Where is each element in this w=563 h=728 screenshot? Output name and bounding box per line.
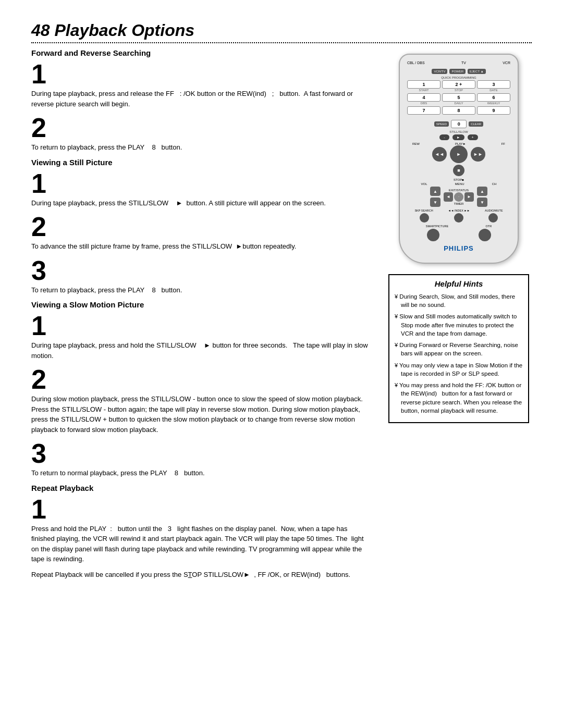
still-step1-text: During tape playback, press the STILL/SL… bbox=[31, 198, 370, 208]
still-step3-text: To return to playback, press the PLAY 8 … bbox=[31, 285, 370, 295]
helpful-hints-title: Helpful Hints bbox=[395, 279, 523, 288]
slow-step-3: 3 bbox=[31, 440, 370, 467]
repeat-step1-text: Press and hold the PLAY : button until t… bbox=[31, 524, 370, 564]
still-step2-text: To advance the still picture frame by fr… bbox=[31, 241, 370, 252]
still-step-2: 2 bbox=[31, 213, 370, 240]
eject-button[interactable]: EJECT ▲ bbox=[468, 69, 486, 74]
skip-index-audio-row bbox=[407, 213, 510, 223]
still-slow-plus-button[interactable]: + bbox=[468, 134, 478, 140]
num-6-button[interactable]: 6 bbox=[477, 93, 510, 102]
audio-mute-button[interactable] bbox=[488, 213, 498, 223]
dotted-divider bbox=[31, 42, 532, 43]
num-9-label bbox=[477, 115, 510, 118]
num-2-label: STOP bbox=[442, 89, 475, 92]
num-7-button[interactable]: 7 bbox=[407, 106, 440, 115]
vol-controls: ▲ ▼ bbox=[430, 187, 440, 207]
vol-up-button[interactable]: ▲ bbox=[430, 187, 440, 196]
stop-button[interactable]: ■ bbox=[453, 165, 464, 176]
hint-4: ¥ You may only view a tape in Slow Motio… bbox=[395, 361, 523, 378]
repeat-playback-heading: Repeat Playback bbox=[31, 484, 370, 492]
smart-otr-labels: SMARTPICTURE OTR bbox=[407, 225, 510, 228]
clear-button[interactable]: CLEAR bbox=[469, 121, 483, 127]
play-button[interactable]: ► bbox=[450, 145, 468, 163]
num-8-label bbox=[442, 115, 475, 118]
slow-step3-text: To return to normal playback, press the … bbox=[31, 468, 370, 478]
vcr-tv-button[interactable]: VCR/TV bbox=[432, 69, 447, 74]
num-2-cell: 2 + STOP bbox=[442, 80, 475, 92]
smartpicture-button[interactable] bbox=[427, 229, 439, 241]
num-3-button[interactable]: 3 bbox=[477, 80, 510, 89]
hint-5: ¥ You may press and hold the FF: /OK but… bbox=[395, 381, 523, 415]
slow-motion-heading: Viewing a Slow Motion Picture bbox=[31, 300, 370, 309]
ch-down-button[interactable]: ▼ bbox=[477, 198, 487, 207]
fast-forward-button[interactable]: ►► bbox=[471, 147, 485, 162]
remote-source-labels: CBL / DBS TV VCR bbox=[407, 61, 510, 65]
speed-button[interactable]: SPEED bbox=[434, 121, 449, 127]
ch-controls: ▲ ▼ bbox=[477, 187, 487, 207]
still-slow-play-button[interactable]: ► bbox=[452, 134, 464, 140]
vol-label: VOL bbox=[421, 182, 427, 186]
nav-arrows: ◄ · ► bbox=[444, 192, 474, 202]
section-still-picture: Viewing a Still Picture 1 During tape pl… bbox=[31, 158, 370, 295]
repeat-step1-cancel-text: Repeat Playback will be cancelled if you… bbox=[31, 570, 370, 580]
num-7-cell: 7 bbox=[407, 106, 440, 118]
num-3-cell: 3 DATE bbox=[477, 80, 510, 92]
still-picture-heading: Viewing a Still Picture bbox=[31, 158, 370, 167]
num-9-button[interactable]: 9 bbox=[477, 106, 510, 115]
slow-step2-text: During slow motion playback, press the S… bbox=[31, 394, 370, 435]
nav-center-button[interactable]: · bbox=[454, 192, 463, 202]
num-8-cell: 8 bbox=[442, 106, 475, 118]
main-layout: Forward and Reverse Searching 1 During t… bbox=[31, 48, 532, 585]
hint-1: ¥ During Search, Slow, and Still modes, … bbox=[395, 292, 523, 309]
repeat-step-1: 1 bbox=[31, 496, 370, 523]
rew-label: REW bbox=[412, 142, 420, 145]
num-5-label: DAILY bbox=[442, 102, 475, 105]
tv-label: TV bbox=[461, 61, 466, 65]
num-6-label: WEEKLY bbox=[477, 102, 510, 105]
smartpicture-label: SMARTPICTURE bbox=[426, 225, 448, 228]
num-0-button[interactable]: 0 bbox=[451, 120, 467, 128]
timer-label: TIMER bbox=[444, 202, 474, 205]
ch-label: CH bbox=[492, 182, 497, 186]
nav-left-button[interactable]: ◄ bbox=[444, 192, 453, 202]
hint-2: ¥ Slow and Still modes automatically swi… bbox=[395, 312, 523, 338]
vcr-label: VCR bbox=[503, 61, 510, 65]
still-step-3: 3 bbox=[31, 257, 370, 284]
remote-wrapper: CBL / DBS TV VCR VCR/TV POWER EJECT ▲ QU… bbox=[399, 54, 519, 264]
slow-step-1: 1 bbox=[31, 312, 370, 339]
forward-reverse-step2: To return to playback, press the PLAY 8 … bbox=[31, 142, 370, 153]
num-2-button[interactable]: 2 + bbox=[442, 80, 475, 89]
speed-row: SPEED 0 CLEAR bbox=[407, 120, 510, 128]
menu-label: MENU bbox=[455, 182, 464, 186]
power-button[interactable]: POWER bbox=[449, 69, 466, 74]
play-controls-row: ◄◄ ► ►► bbox=[407, 145, 510, 163]
num-5-button[interactable]: 5 bbox=[442, 93, 475, 102]
ch-up-button[interactable]: ▲ bbox=[477, 187, 487, 196]
number-grid: 1 START 2 + STOP 3 DATE 4 DBS bbox=[407, 80, 510, 118]
philips-logo: PHILIPS bbox=[407, 244, 510, 252]
num-7-label bbox=[407, 115, 440, 118]
nav-center-area: EXIT/STATUS ◄ · ► TIMER bbox=[444, 189, 474, 205]
otr-button[interactable] bbox=[479, 229, 491, 241]
still-slow-minus-button[interactable]: - bbox=[439, 134, 449, 140]
otr-label: OTR bbox=[486, 225, 492, 228]
rewind-button[interactable]: ◄◄ bbox=[432, 147, 447, 162]
slow-step-2: 2 bbox=[31, 366, 370, 393]
helpful-hints-box: Helpful Hints ¥ During Search, Slow, and… bbox=[388, 274, 529, 423]
nav-area: ▲ ▼ EXIT/STATUS ◄ · ► TIMER bbox=[407, 187, 510, 207]
nav-right-button[interactable]: ► bbox=[464, 192, 474, 202]
stop-row: ■ bbox=[407, 165, 510, 176]
vol-down-button[interactable]: ▼ bbox=[430, 198, 440, 207]
page-title: 48 Playback Options bbox=[31, 21, 532, 40]
index-button[interactable] bbox=[454, 213, 463, 223]
num-1-cell: 1 START bbox=[407, 80, 440, 92]
cbl-dbs-label: CBL / DBS bbox=[407, 61, 425, 65]
num-9-cell: 9 bbox=[477, 106, 510, 118]
audio-mute-label: AUDIO/MUTE bbox=[485, 209, 503, 212]
num-5-cell: 5 DAILY bbox=[442, 93, 475, 105]
num-4-button[interactable]: 4 bbox=[407, 93, 440, 102]
num-1-button[interactable]: 1 bbox=[407, 80, 440, 89]
num-8-button[interactable]: 8 bbox=[442, 106, 475, 115]
still-slow-label: STILL/SLOW bbox=[407, 130, 510, 133]
skip-search-button[interactable] bbox=[420, 213, 429, 223]
